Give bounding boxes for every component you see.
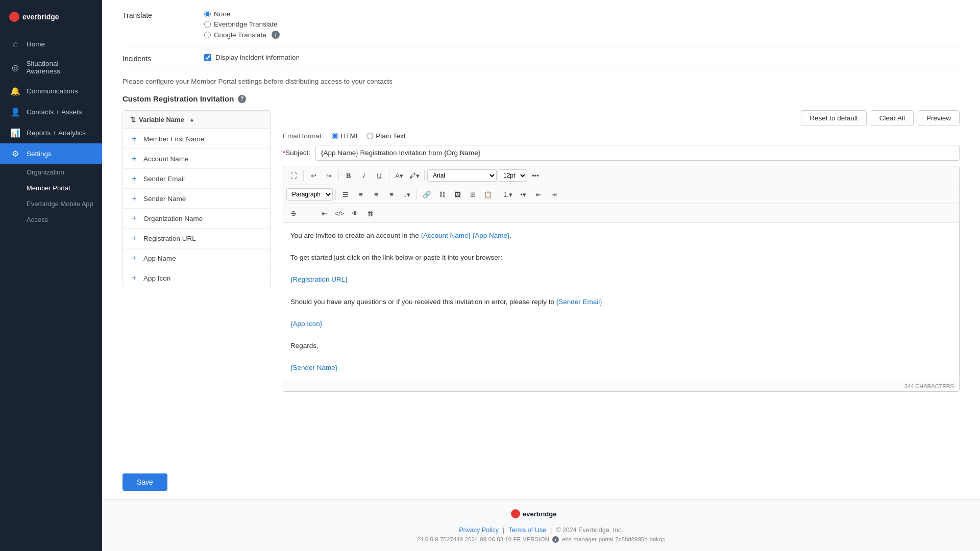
sidebar-subitem-mobile-app[interactable]: Everbridge Mobile App [27, 196, 102, 212]
subject-input[interactable] [315, 145, 960, 161]
privacy-policy-link[interactable]: Privacy Policy [459, 527, 499, 534]
toolbar-sep-1 [303, 170, 304, 181]
strikethrough-btn[interactable]: S [286, 206, 301, 220]
var-label-7: App Icon [143, 274, 170, 282]
align-right-btn[interactable]: ≡ [369, 187, 383, 202]
paragraph-select[interactable]: Paragraph Heading 1 Heading 2 [286, 188, 333, 201]
var-label-2: Sender Email [143, 175, 185, 183]
var-add-5[interactable]: + [130, 234, 138, 243]
reset-default-button[interactable]: Reset to default [801, 110, 867, 126]
footer-version-info-icon[interactable]: i [552, 536, 559, 543]
toolbar-sep-3 [389, 170, 389, 181]
underline-btn[interactable]: U [372, 168, 386, 183]
font-family-select[interactable]: Arial Times New Roman Courier New [427, 169, 497, 182]
rte-toolbar-2: Paragraph Heading 1 Heading 2 ☰ ≡ ≡ ≡ ↕▾… [283, 185, 959, 204]
format-html-radio[interactable] [332, 133, 338, 139]
sidebar-subitem-member-portal[interactable]: Member Portal [27, 180, 102, 196]
email-format-row: Email format: HTML Plain Text [283, 132, 960, 140]
image-btn[interactable]: 🖼 [450, 187, 464, 202]
sidebar-item-settings[interactable]: ⚙ Settings [0, 143, 102, 164]
outdent-btn[interactable]: ⇤ [531, 187, 546, 202]
incidents-checkbox[interactable] [204, 54, 211, 61]
sidebar-logo: everbridge [0, 0, 102, 34]
var-add-7[interactable]: + [130, 273, 138, 283]
rte-container: ⛶ ↩ ↪ B I U A▾ 🖍▾ Arial [283, 166, 960, 392]
bold-btn[interactable]: B [341, 168, 356, 183]
var-add-3[interactable]: + [130, 194, 138, 203]
align-left-btn[interactable]: ☰ [338, 187, 353, 202]
rte-line-5: {Registration URL} [290, 274, 952, 285]
rte-line-12 [290, 352, 952, 363]
translate-radio-none[interactable] [204, 11, 211, 17]
unordered-list-btn[interactable]: •▾ [516, 187, 530, 202]
preview-inline-btn[interactable]: 👁 [348, 206, 362, 220]
var-add-4[interactable]: + [130, 214, 138, 223]
var-label-0: Member First Name [143, 135, 204, 143]
translate-none-label: None [214, 10, 230, 18]
translate-google-info-icon[interactable]: i [272, 31, 280, 39]
var-add-1[interactable]: + [130, 154, 138, 163]
variable-table: ⇅ Variable Name ▲ + Member First Name + … [122, 110, 271, 288]
invitation-help-icon[interactable]: ? [238, 95, 246, 103]
fullscreen-btn[interactable]: ⛶ [286, 168, 301, 183]
var-add-2[interactable]: + [130, 174, 138, 183]
italic-btn[interactable]: I [357, 168, 371, 183]
clear-all-button[interactable]: Clear All [871, 110, 914, 126]
terms-of-use-link[interactable]: Terms of Use [508, 527, 546, 534]
font-size-select[interactable]: 12pt 10pt 14pt 16pt [498, 169, 527, 182]
sidebar-item-home[interactable]: ⌂ Home [0, 34, 102, 54]
font-color-btn[interactable]: A▾ [392, 168, 406, 183]
footer-version-text: 24.6.0.9-7527449-2024-09-06-03:10 FE-VER… [417, 536, 549, 542]
sidebar-item-situational-awareness[interactable]: ◎ Situational Awareness [0, 54, 102, 81]
ordered-list-btn[interactable]: 1.▾ [501, 187, 515, 202]
redo-btn[interactable]: ↪ [322, 168, 336, 183]
sidebar-item-contacts-assets[interactable]: 👤 Contacts + Assets [0, 102, 102, 122]
justify-btn[interactable]: ≡ [384, 187, 399, 202]
indent-btn[interactable]: ⇥ [547, 187, 561, 202]
footer-version-row: 24.6.0.9-7527449-2024-09-06-03:10 FE-VER… [102, 536, 980, 543]
var-add-0[interactable]: + [130, 134, 138, 143]
toolbar-sep-4 [424, 170, 425, 181]
sidebar-item-communications[interactable]: 🔔 Communications [0, 81, 102, 102]
align-center-btn[interactable]: ≡ [354, 187, 368, 202]
translate-radio-google[interactable] [204, 32, 211, 38]
format-plain-radio[interactable] [366, 133, 373, 139]
subject-label: *Subject: [283, 149, 310, 157]
table-btn[interactable]: ⊞ [465, 187, 480, 202]
format-html-option[interactable]: HTML [332, 132, 360, 140]
insert-variable-btn[interactable]: 📋 [481, 187, 495, 202]
preview-button[interactable]: Preview [918, 110, 960, 126]
toolbar2-sep-3 [498, 189, 498, 200]
sidebar-item-reports-analytics[interactable]: 📊 Reports + Analytics [0, 122, 102, 143]
rte-line-3: To get started just click on the link be… [290, 252, 952, 263]
sidebar-subitem-organization[interactable]: Organization [27, 164, 102, 180]
footer-divider-1: | [503, 527, 504, 534]
main-content: Translate None Everbridge Translate Goog… [102, 0, 980, 551]
code-btn[interactable]: </> [332, 206, 347, 220]
highlight-btn[interactable]: 🖍▾ [407, 168, 422, 183]
translate-everbridge-label: Everbridge Translate [214, 20, 278, 28]
svg-text:everbridge: everbridge [22, 13, 59, 21]
translate-option-none: None [204, 10, 280, 18]
var-row-1: + Account Name [123, 149, 270, 169]
delete-btn[interactable]: 🗑 [363, 206, 377, 220]
var-row-5: + Registration URL [123, 229, 270, 248]
toolbar2-sep-2 [416, 189, 417, 200]
line-spacing-btn[interactable]: ↕▾ [400, 187, 414, 202]
var-add-6[interactable]: + [130, 254, 138, 263]
link-btn[interactable]: 🔗 [420, 187, 434, 202]
svg-text:everbridge: everbridge [523, 510, 556, 518]
more-options-btn[interactable]: ••• [528, 168, 543, 183]
save-button[interactable]: Save [122, 473, 167, 491]
hr-btn[interactable]: — [302, 206, 316, 220]
rte-line-2 [290, 241, 952, 253]
rte-body[interactable]: You are invited to create an account in … [283, 223, 959, 381]
unlink-btn[interactable]: ⛓ [435, 187, 449, 202]
sidebar-subnav: Organization Member Portal Everbridge Mo… [0, 164, 102, 228]
incidents-section: Incidents Display incident information [122, 54, 960, 70]
format-plain-option[interactable]: Plain Text [366, 132, 405, 140]
translate-radio-everbridge[interactable] [204, 21, 211, 28]
undo-btn[interactable]: ↩ [306, 168, 321, 183]
indent-left-btn[interactable]: ⇤ [317, 206, 331, 220]
sidebar-subitem-access[interactable]: Access [27, 212, 102, 228]
